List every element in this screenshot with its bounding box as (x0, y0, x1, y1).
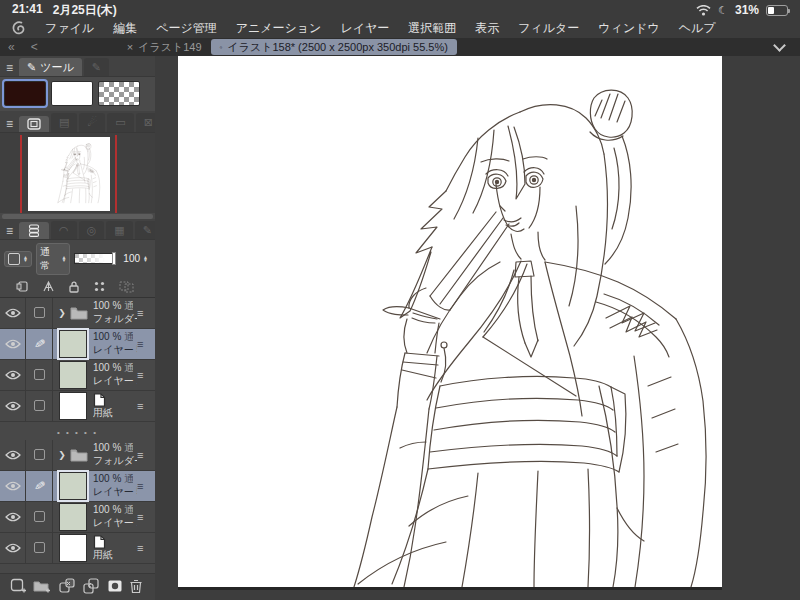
visibility-eye-icon[interactable] (5, 401, 21, 411)
layers-stack-icon (27, 224, 41, 237)
canvas-left-guide (20, 135, 22, 213)
edit-target-checkbox[interactable] (34, 449, 45, 460)
canvas-surface[interactable] (178, 56, 722, 590)
tab-history-back-icon[interactable]: « (0, 40, 23, 54)
layer-row-menu-icon[interactable]: ≡ (137, 480, 155, 492)
visibility-eye-icon[interactable] (5, 370, 21, 380)
tab-subtool[interactable]: ✎ (84, 58, 109, 76)
menu-page-manage[interactable]: ページ管理 (156, 20, 217, 37)
menu-file[interactable]: ファイル (45, 20, 94, 37)
navigator-preview[interactable] (0, 133, 155, 213)
new-folder-button[interactable] (33, 578, 51, 594)
main-color-swatch[interactable] (4, 81, 46, 106)
tab-info[interactable]: ▦ (106, 221, 132, 239)
layer-row-menu-icon[interactable]: ≡ (137, 338, 155, 350)
layer-row-layer5-selected[interactable]: ✎ 100 %通常 レイヤー 5 ≡ (0, 471, 155, 502)
layer-row-menu-icon[interactable]: ≡ (137, 449, 155, 461)
layer-name: フォルダー (93, 455, 137, 468)
layer-row-paper[interactable]: 用紙 ≡ (0, 391, 155, 422)
transfer-layer-button[interactable] (58, 578, 76, 594)
menu-window[interactable]: ウィンドウ (598, 20, 659, 37)
layer-row-menu-icon[interactable]: ≡ (137, 307, 155, 319)
navigator-icon (27, 118, 41, 130)
layer-row-menu-icon[interactable]: ≡ (137, 369, 155, 381)
opacity-stepper[interactable]: 100 ▲▼ (120, 252, 151, 265)
layer-blend-mode: 通常 (124, 362, 133, 375)
editing-pencil-icon: ✎ (31, 479, 48, 492)
visibility-eye-icon[interactable] (5, 543, 21, 553)
layer-blend-mode: 通常 (124, 504, 133, 517)
lock-transparent-icon[interactable] (42, 280, 55, 293)
frame-icon: ▭ (115, 115, 125, 129)
visibility-eye-icon[interactable] (5, 481, 21, 491)
tab-item[interactable]: ▭ (107, 113, 133, 131)
layer-row-paper[interactable]: 用紙 ≡ (0, 533, 155, 564)
layer-row-layer1[interactable]: 100 %通常 レイヤー 1 ≡ (0, 502, 155, 533)
brush-icon: ☄ (87, 115, 97, 129)
link-layers-icon[interactable] (93, 280, 106, 293)
visibility-eye-icon[interactable] (5, 512, 21, 522)
layer-blend-mode: 通常 (124, 331, 133, 344)
pencil-icon: ✎ (143, 223, 152, 237)
tab-brush[interactable]: ☄ (79, 113, 105, 131)
layer-row-folder[interactable]: ❯ 100 %通常 フォルダー ≡ (0, 298, 155, 329)
palette-split-handle[interactable]: • • • • • (0, 422, 155, 440)
menu-view[interactable]: 表示 (475, 20, 499, 37)
edit-target-checkbox[interactable] (34, 542, 45, 553)
chevron-down-icon[interactable] (773, 39, 786, 52)
merge-down-button[interactable] (82, 578, 100, 594)
canvas-right-guide (115, 135, 117, 213)
layer-row-layer5-selected[interactable]: ✎ 100 %通常 レイヤー 5 ≡ (0, 329, 155, 360)
tab-tool[interactable]: ✎ ツール (19, 58, 82, 76)
clip-studio-logo-icon[interactable] (10, 20, 26, 36)
edit-target-checkbox[interactable] (34, 369, 45, 380)
layer-row-menu-icon[interactable]: ≡ (137, 511, 155, 523)
folder-expand-icon[interactable]: ❯ (58, 308, 66, 318)
delete-layer-button[interactable] (129, 578, 143, 594)
edit-target-checkbox[interactable] (34, 511, 45, 522)
layer-row-folder[interactable]: ❯ 100 %通常 フォルダー ≡ (0, 440, 155, 471)
selection-area-icon[interactable] (119, 280, 135, 293)
edit-target-checkbox[interactable] (34, 400, 45, 411)
layer-row-menu-icon[interactable]: ≡ (137, 400, 155, 412)
navigator-thumbnail (28, 137, 110, 211)
layer-opacity: 100 % (93, 331, 121, 344)
layer-row-layer1[interactable]: 100 %通常 レイヤー 1 ≡ (0, 360, 155, 391)
folder-expand-icon[interactable]: ❯ (58, 450, 66, 460)
tab-prev-icon[interactable]: < (23, 40, 46, 54)
layer-row-menu-icon[interactable]: ≡ (137, 542, 155, 554)
layer-thumbnail (59, 534, 87, 562)
clip-to-layer-icon[interactable] (16, 280, 29, 293)
new-layer-button[interactable] (10, 578, 27, 594)
layer-mask-button[interactable] (107, 578, 123, 594)
menu-filter[interactable]: フィルター (518, 20, 579, 37)
tab-layers[interactable] (19, 222, 49, 239)
visibility-eye-icon[interactable] (5, 450, 21, 460)
sub-color-swatch[interactable] (51, 81, 93, 106)
layer-thumbnail (59, 361, 87, 389)
transparent-color-swatch[interactable] (98, 81, 140, 106)
palette-color-selector[interactable]: ▲▼ (4, 251, 32, 267)
tab-subview[interactable]: ▤ (51, 113, 77, 131)
document-tab-illust149[interactable]: × イラスト149 (118, 39, 211, 55)
lock-layer-icon[interactable] (68, 280, 80, 293)
opacity-slider[interactable] (74, 253, 116, 264)
menu-layer[interactable]: レイヤー (340, 20, 389, 37)
blend-mode-dropdown[interactable]: 通常 ▲▼ (36, 243, 71, 275)
document-tab-illust158-active[interactable]: ◦ イラスト158* (2500 x 2500px 350dpi 55.5%) (211, 39, 457, 55)
menu-selection[interactable]: 選択範囲 (408, 20, 456, 37)
edit-target-checkbox[interactable] (34, 307, 45, 318)
navigator-menu-icon[interactable]: ≡ (4, 118, 17, 132)
menu-animation[interactable]: アニメーション (236, 20, 322, 37)
layer-blend-mode: 通常 (124, 473, 133, 486)
visibility-eye-icon[interactable] (5, 308, 21, 318)
tab-timeline[interactable]: ◎ (79, 221, 105, 239)
tool-palette-menu-icon[interactable]: ≡ (4, 62, 17, 76)
menu-edit[interactable]: 編集 (113, 20, 137, 37)
menu-help[interactable]: ヘルプ (679, 20, 716, 37)
tab-layer-property[interactable]: ◠ (51, 221, 77, 239)
layer-palette-menu-icon[interactable]: ≡ (4, 225, 17, 239)
visibility-eye-icon[interactable] (5, 339, 21, 349)
tab-navigator[interactable] (19, 116, 49, 132)
close-tab-icon[interactable]: × (127, 41, 133, 53)
